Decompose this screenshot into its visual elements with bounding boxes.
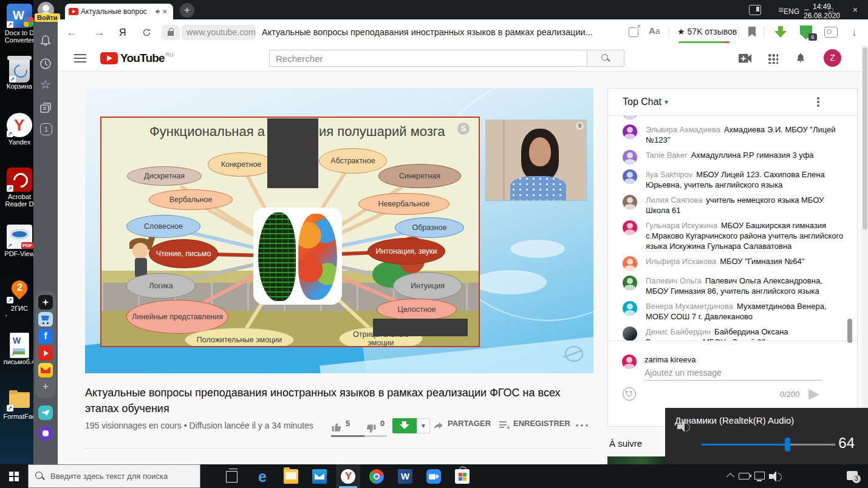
notifications-bell-icon[interactable]	[38, 34, 53, 49]
save-button[interactable]: ENREGISTRER	[513, 419, 570, 428]
desktop-icon-yandex[interactable]: ↗Yandex	[1, 113, 38, 146]
more-actions-icon[interactable]	[576, 424, 590, 428]
chat-author-name[interactable]: Эльвира Ахмадиева	[646, 125, 720, 134]
new-tab-button[interactable]: +	[180, 3, 194, 18]
chat-avatar[interactable]	[623, 124, 637, 139]
send-message-icon[interactable]	[808, 389, 819, 400]
chat-message-list[interactable]: Tanie BakerУчитко Алсу Ганузовна с гимна…	[608, 116, 849, 341]
clock[interactable]: 14:49 26.08.2020	[803, 2, 841, 26]
chat-avatar[interactable]	[623, 301, 637, 316]
site-reviews[interactable]: ★57K отзывов	[677, 19, 737, 44]
chat-author-name[interactable]: Венера Мухаметдинова	[646, 302, 733, 311]
messenger-icon[interactable]	[38, 405, 53, 420]
chat-author-name[interactable]: Палевич Ольга	[646, 276, 702, 285]
bookmarks-star-icon[interactable]: ☆	[38, 78, 53, 92]
chat-avatar[interactable]	[623, 256, 637, 271]
chat-filter-dropdown[interactable]: Top Chat	[623, 97, 661, 107]
account-avatar[interactable]: Z	[824, 49, 841, 67]
up-next-thumbnail[interactable]	[607, 456, 666, 464]
login-badge[interactable]: Войти	[35, 13, 60, 22]
language-indicator[interactable]: ENG	[784, 0, 799, 24]
tab-counter[interactable]: 1	[40, 123, 52, 135]
taskbar-app-word[interactable]	[393, 464, 417, 488]
desktop-icon-2gis[interactable]: ↗2ГИС	[1, 279, 38, 312]
battery-icon[interactable]	[739, 473, 750, 480]
translate-icon[interactable]: Aа	[649, 25, 660, 36]
search-button[interactable]	[587, 50, 624, 67]
desktop-icon-word-doc[interactable]: ↗письмоб.4	[1, 333, 38, 365]
share-icon[interactable]	[432, 420, 445, 431]
start-button[interactable]	[0, 464, 28, 488]
taskbar-app-zoomapp[interactable]	[422, 464, 446, 488]
window-close-button[interactable]: ×	[849, 5, 861, 15]
side-panel-toggle-icon[interactable]	[749, 5, 761, 15]
share-page-icon[interactable]	[629, 27, 638, 37]
chat-avatar[interactable]	[623, 169, 637, 184]
taskbar-app-store[interactable]	[450, 464, 474, 488]
yandex-mail-icon[interactable]	[38, 363, 53, 378]
tab-audio-icon[interactable]	[155, 8, 162, 15]
chat-avatar[interactable]	[623, 195, 637, 209]
save-playlist-icon[interactable]	[499, 421, 509, 430]
address-page-title[interactable]: Актуальные вопросы преподавания иностран…	[262, 19, 626, 46]
chat-author-name[interactable]: Гульнара Искужина	[646, 221, 717, 230]
browser-tab[interactable]: Актуальные вопрос ×	[65, 4, 173, 19]
chat-avatar[interactable]	[623, 276, 637, 290]
desktop-icon-folder[interactable]: ↗FormatFac	[1, 387, 38, 420]
history-clock-icon[interactable]	[38, 56, 53, 71]
extensions-icon[interactable]	[824, 27, 838, 38]
yandex-services-icon[interactable]	[38, 295, 53, 310]
bookmark-flag-icon[interactable]	[748, 27, 756, 37]
hamburger-menu-icon[interactable]	[74, 54, 86, 63]
forward-icon[interactable]: →	[94, 19, 104, 46]
desktop-icon-pdf-viewer[interactable]: ↗PDF-View	[1, 225, 38, 257]
yandex-search-button[interactable]: Я	[119, 19, 126, 46]
chat-author-name[interactable]: Tanie Baker	[646, 151, 688, 160]
youtube-logo[interactable]: YouTubeRU	[100, 52, 174, 65]
video-player[interactable]: Функциональная а ия полушарий мозга Диск…	[85, 88, 593, 373]
back-icon[interactable]: ←	[66, 19, 77, 46]
notifications-icon[interactable]	[794, 52, 807, 63]
chat-message-input[interactable]	[644, 367, 822, 381]
download-options-caret[interactable]: ▼	[417, 418, 430, 433]
taskbar-app-yandex[interactable]	[336, 464, 360, 488]
chat-menu-kebab-icon[interactable]	[817, 101, 819, 103]
chat-author-name[interactable]: Денис Байбердин	[646, 327, 711, 336]
dislike-button[interactable]	[365, 423, 377, 435]
create-video-icon[interactable]	[739, 53, 752, 64]
url-field[interactable]: www.youtube.com	[182, 25, 256, 40]
youtube-apps-grid-icon[interactable]	[768, 53, 778, 64]
chat-author-name[interactable]: Ilya Sakhipov	[646, 170, 692, 179]
page-scrollbar-thumb[interactable]	[863, 47, 867, 229]
site-security-lock-icon[interactable]	[162, 25, 180, 40]
taskbar-app-explorer[interactable]	[279, 464, 303, 488]
alice-assistant-icon[interactable]	[38, 426, 53, 441]
facebook-icon[interactable]	[38, 329, 53, 344]
chat-author-name[interactable]: Ильфира Исхакова	[646, 257, 716, 266]
chat-avatar[interactable]	[623, 150, 637, 164]
taskbar-app-mail[interactable]	[307, 464, 332, 488]
network-icon[interactable]	[754, 472, 765, 480]
chevron-down-icon[interactable]: ▾	[665, 98, 668, 106]
chat-avatar[interactable]	[623, 116, 637, 120]
chat-avatar[interactable]	[623, 327, 637, 341]
desktop-icon-recycle-bin[interactable]: ↗Корзина	[1, 58, 38, 90]
refresh-icon[interactable]	[142, 27, 152, 38]
chat-author-name[interactable]: Лилия Саяпова	[646, 195, 702, 205]
emoji-icon[interactable]	[623, 387, 636, 401]
desktop-icon-acrobat[interactable]: ↗AcrobatReader D	[1, 168, 38, 208]
market-cart-icon[interactable]	[38, 312, 53, 327]
desktop-icon-docx[interactable]: ↗Docx to DConverter	[1, 4, 38, 44]
task-view-icon[interactable]	[226, 471, 238, 483]
add-shortcut-icon[interactable]	[38, 380, 53, 395]
save-to-collections-icon[interactable]	[774, 26, 787, 38]
search-input[interactable]	[269, 50, 587, 67]
chat-scrollbar[interactable]	[847, 319, 852, 343]
like-button[interactable]	[331, 421, 343, 433]
chat-avatar[interactable]	[623, 220, 637, 235]
taskbar-app-chrome[interactable]	[364, 464, 389, 488]
downloads-icon[interactable]: ↓	[852, 19, 857, 46]
volume-slider-thumb[interactable]	[785, 438, 790, 452]
share-button[interactable]: PARTAGER	[448, 419, 491, 428]
speaker-icon[interactable]	[677, 421, 692, 433]
